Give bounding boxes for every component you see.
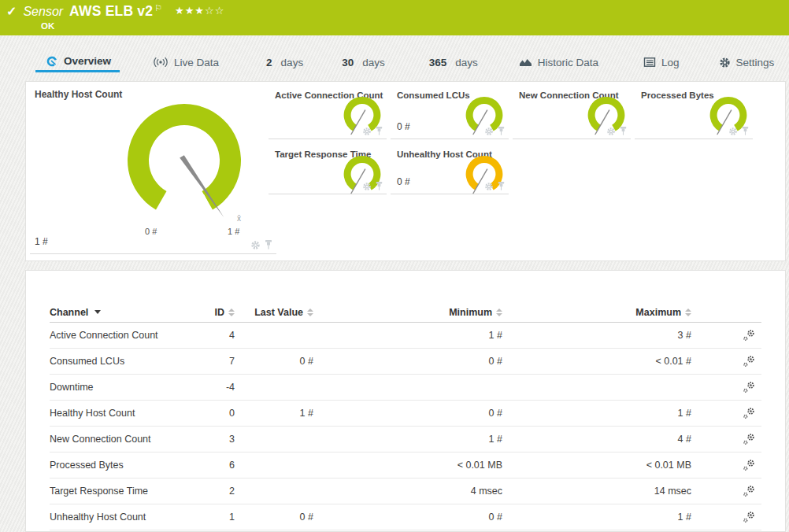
sensor-title: AWS ELB v2 (69, 3, 153, 20)
tab-bar: Overview Live Data 2days 30days 365days … (31, 52, 774, 76)
area-chart-icon (519, 56, 532, 68)
channel-name: Target Response Time (50, 486, 207, 497)
channel-name: Consumed LCUs (50, 356, 207, 367)
gear-icon[interactable] (362, 182, 372, 191)
sort-icon (228, 308, 235, 316)
sort-icon (307, 308, 313, 316)
table-row: Processed Bytes 6 < 0.01 MB < 0.01 MB (50, 453, 761, 478)
channels-table: Channel ID Last Value Minimum Maximum (26, 271, 785, 530)
log-icon (643, 56, 656, 68)
channel-name: Downtime (50, 382, 207, 393)
gauge-consumed-lcus: Consumed LCUs 0 # (391, 86, 509, 139)
gauge-scale-min: 0 # (145, 227, 157, 236)
channels-table-panel: Channel ID Last Value Minimum Maximum (25, 270, 786, 532)
channel-settings-icon[interactable] (743, 381, 755, 393)
tab-live-data[interactable]: Live Data (153, 52, 219, 72)
gauge-new-connection-count: New Connection Count (513, 86, 631, 139)
channel-settings-icon[interactable] (743, 407, 755, 419)
table-row: Downtime -4 (50, 375, 761, 401)
gear-icon[interactable] (484, 127, 494, 136)
gear-icon[interactable] (484, 182, 494, 191)
column-header-last-value[interactable]: Last Value (235, 307, 313, 318)
broadcast-icon (153, 56, 169, 68)
average-marker: x̄ (237, 214, 241, 223)
gauge-title: Healthy Host Count (35, 89, 122, 100)
pin-icon[interactable] (619, 126, 628, 136)
channel-settings-icon[interactable] (743, 459, 755, 471)
channel-name: Active Connection Count (50, 330, 207, 341)
gauge-icon (46, 55, 58, 68)
gauge-current-value: 0 # (397, 121, 410, 132)
channel-name: Processed Bytes (50, 460, 207, 471)
pin-icon[interactable] (497, 181, 506, 191)
table-row: Healthy Host Count 0 1 # 0 # 1 # (50, 401, 761, 427)
table-row: Active Connection Count 4 1 # 3 # (50, 323, 761, 349)
sort-icon (496, 308, 502, 316)
column-header-id[interactable]: ID (207, 307, 235, 318)
pin-icon[interactable] (375, 181, 383, 191)
channel-name: Healthy Host Count (50, 408, 207, 419)
tab-settings[interactable]: Settings (719, 52, 775, 72)
column-header-minimum[interactable]: Minimum (313, 307, 502, 318)
channel-name: Unhealthy Host Count (50, 512, 207, 523)
channel-settings-icon[interactable] (743, 485, 755, 497)
gauges-panel: Healthy Host Count 0 # 1 # x̄ 1 # (25, 81, 786, 261)
prtg-sensor-page: ✓ Sensor AWS ELB v2 ⚐ ★★★☆☆ OK Overview … (0, 0, 789, 532)
gauge-current-value: 1 # (35, 236, 48, 247)
pin-icon[interactable] (264, 239, 273, 250)
channel-settings-icon[interactable] (743, 329, 755, 342)
gauge-unhealthy-host-count: Unhealthy Host Count 0 # (391, 145, 509, 194)
gauge-current-value: 0 # (397, 176, 410, 187)
gauge-target-response-time: Target Response Time (269, 145, 387, 194)
gauge-healthy-host-count: Healthy Host Count 0 # 1 # x̄ 1 # (30, 82, 276, 254)
channel-name: New Connection Count (50, 434, 207, 445)
gauge-scale-max: 1 # (228, 227, 239, 236)
pin-icon[interactable] (375, 126, 383, 136)
table-row: Unhealthy Host Count 1 0 # 0 # 1 # (50, 504, 761, 530)
sort-icon (685, 308, 691, 316)
sorted-desc-icon (94, 310, 101, 314)
gauge-active-connection-count: Active Connection Count (269, 86, 387, 139)
tab-overview[interactable]: Overview (35, 52, 120, 72)
pin-icon[interactable] (497, 126, 506, 136)
table-row: Consumed LCUs 7 0 # 0 # < 0.01 # (50, 349, 761, 375)
primary-gauge-dial (121, 98, 247, 224)
channel-settings-icon[interactable] (743, 355, 755, 368)
table-row: Target Response Time 2 4 msec 14 msec (50, 478, 761, 504)
column-header-maximum[interactable]: Maximum (502, 307, 691, 318)
tab-30-days[interactable]: 30days (342, 52, 385, 72)
gear-icon[interactable] (728, 127, 738, 136)
gear-icon[interactable] (250, 240, 261, 250)
gear-icon[interactable] (606, 127, 616, 136)
tab-365-days[interactable]: 365days (429, 52, 478, 72)
status-badge: OK (41, 21, 54, 31)
rating-stars[interactable]: ★★★☆☆ (175, 5, 224, 17)
gauge-processed-bytes: Processed Bytes (635, 86, 753, 139)
table-header-row: Channel ID Last Value Minimum Maximum (50, 302, 761, 323)
channel-settings-icon[interactable] (743, 511, 755, 523)
gear-icon (719, 57, 731, 68)
gauge-title: Processed Bytes (641, 91, 714, 100)
channel-settings-icon[interactable] (743, 433, 755, 445)
gear-icon[interactable] (362, 127, 372, 136)
column-header-channel[interactable]: Channel (50, 307, 207, 318)
tab-2-days[interactable]: 2days (266, 52, 303, 72)
gauge-title: Consumed LCUs (397, 91, 470, 100)
pin-icon[interactable] (741, 126, 750, 136)
table-row: New Connection Count 3 1 # 4 # (50, 427, 761, 453)
sensor-header: ✓ Sensor AWS ELB v2 ⚐ ★★★☆☆ OK (0, 0, 789, 35)
status-check-icon: ✓ (6, 4, 17, 19)
tab-log[interactable]: Log (643, 52, 680, 72)
object-kind-label: Sensor (23, 5, 63, 19)
priority-flag-icon[interactable]: ⚐ (154, 3, 162, 13)
tab-historic-data[interactable]: Historic Data (519, 52, 598, 72)
